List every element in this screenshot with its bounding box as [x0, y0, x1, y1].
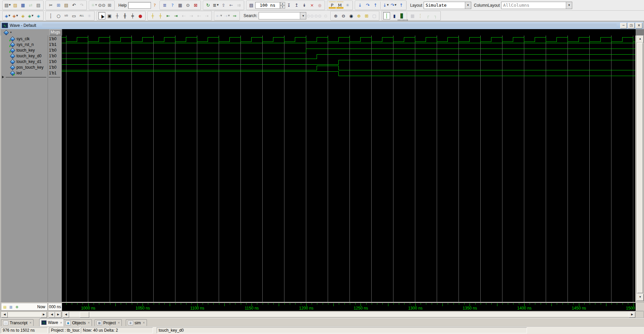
- close-icon[interactable]: ×: [88, 321, 90, 325]
- tab-wave[interactable]: ∿Wave×: [39, 319, 64, 326]
- compile-all-icon[interactable]: ?: [169, 2, 176, 9]
- previous-transition-icon[interactable]: ⇤: [165, 12, 172, 19]
- expand-time-right-icon[interactable]: ⇢▼: [223, 12, 230, 19]
- expand-all-time-icon[interactable]: ⇒: [231, 12, 238, 19]
- run-length-value[interactable]: 100 ns: [255, 2, 280, 9]
- run-all-icon[interactable]: ↡: [301, 2, 308, 9]
- msgs-column-header[interactable]: Msgs: [49, 29, 61, 36]
- stop-draw-icon[interactable]: ●: [137, 12, 144, 19]
- scroll-right-icon[interactable]: ▶: [629, 312, 635, 318]
- next-rising-edge-icon[interactable]: ⇢: [203, 12, 210, 19]
- close-button[interactable]: ×: [636, 23, 642, 28]
- tab-objects[interactable]: ◆Objects×: [63, 319, 92, 326]
- run-length-spinbox[interactable]: 100 ns▲▼: [255, 2, 285, 9]
- close-icon[interactable]: ×: [30, 321, 32, 325]
- undo-icon[interactable]: ↶: [70, 2, 77, 9]
- step-out-up-icon[interactable]: ↑: [398, 2, 405, 9]
- horizontal-scroll-thumb[interactable]: [80, 312, 89, 318]
- step-into-instance-icon[interactable]: ↓▼: [382, 2, 389, 9]
- scroll-right-icon[interactable]: ▶: [41, 312, 47, 318]
- step-over-icon[interactable]: ↷: [364, 2, 371, 9]
- waveform-canvas[interactable]: [62, 36, 635, 302]
- goto-bookmark-icon[interactable]: ⊞: [106, 2, 113, 9]
- add-wave-icon[interactable]: ◈▼: [4, 12, 11, 19]
- search-combobox[interactable]: ▼: [259, 12, 306, 19]
- signal-value-pos_touch_key[interactable]: 1'b0: [48, 64, 63, 70]
- timeline-ruler[interactable]: 1000 ns1050 ns1100 ns1150 ns1200 ns1250 …: [62, 303, 636, 311]
- signal-value-led[interactable]: 1'b1: [48, 70, 63, 76]
- performance-profile-icon[interactable]: P: [329, 2, 336, 9]
- step-out-icon[interactable]: ↑: [372, 2, 379, 9]
- wave-edit-icon[interactable]: ✳: [86, 12, 93, 19]
- search-find-icon[interactable]: ⊙⊙: [307, 12, 314, 19]
- signal-value-touch_key_d1[interactable]: 1'b0: [48, 59, 63, 64]
- spin-up-icon[interactable]: ▲: [280, 2, 285, 5]
- stop-icon[interactable]: ●: [316, 2, 323, 9]
- zoom-mode-icon[interactable]: ▣: [106, 12, 113, 19]
- spin-down-icon[interactable]: ▼: [280, 5, 285, 9]
- paste-icon[interactable]: ▤: [63, 2, 70, 9]
- next-transition-icon[interactable]: ⇥: [172, 12, 179, 19]
- margin-left-icon[interactable]: ┌: [424, 12, 431, 19]
- chevron-down-icon[interactable]: ▼: [465, 2, 471, 9]
- zoom-mode-box-icon[interactable]: ▢: [371, 12, 378, 19]
- vertical-scroll-track[interactable]: [637, 42, 643, 294]
- wave-title-bar[interactable]: ∿ Wave - Default − ◳ ×: [1, 22, 643, 29]
- view-full-toggle-icon[interactable]: ▊: [398, 12, 406, 19]
- signal-value-touch_key[interactable]: 1'b0: [48, 47, 63, 53]
- tab-sim[interactable]: ≣sim×: [126, 319, 147, 326]
- add-list-icon[interactable]: ◈▼: [27, 12, 34, 19]
- scroll-left-icon[interactable]: ◀: [49, 312, 55, 318]
- reload-icon[interactable]: ⇄: [27, 2, 34, 9]
- next-falling-edge-icon[interactable]: ⇢: [188, 12, 195, 19]
- scroll-down-icon[interactable]: ▼: [637, 294, 644, 301]
- view-bar-toggle-icon[interactable]: ▮: [391, 12, 398, 19]
- zoom-full-icon[interactable]: ◉: [347, 12, 355, 19]
- select-mode-icon[interactable]: ▲: [98, 12, 105, 19]
- find-icon[interactable]: ⊙⊙: [98, 2, 105, 9]
- undock-button[interactable]: ◳: [628, 23, 635, 28]
- new-file-icon[interactable]: ▤▼: [4, 2, 11, 9]
- close-icon[interactable]: ×: [118, 321, 120, 325]
- signal-value-sys_rst_n[interactable]: 1'b1: [48, 42, 63, 47]
- pan-mode-icon[interactable]: ┼: [114, 12, 121, 19]
- signal-value-touch_key_d0[interactable]: 1'b0: [48, 53, 63, 59]
- filter-all-icon[interactable]: ALL: [78, 12, 85, 19]
- previous-rising-edge-icon[interactable]: ⇠: [196, 12, 203, 19]
- cursor-mode-icon[interactable]: ╫: [121, 12, 128, 19]
- signal-value-column[interactable]: 1'b01'b11'b01'b01'b01'b01'b1: [48, 36, 62, 302]
- hand-pause-icon[interactable]: ✳: [344, 2, 351, 9]
- filter-output-icon[interactable]: ○: [55, 12, 62, 19]
- edit-wave-icon[interactable]: ◈: [19, 12, 26, 19]
- filter-ports-icon[interactable]: ▭: [70, 12, 77, 19]
- layout-combobox[interactable]: Simulate▼: [424, 2, 471, 9]
- tab-transcript[interactable]: ▭Transcript×: [1, 319, 34, 326]
- environment-up-icon[interactable]: ⇧: [220, 2, 227, 9]
- zoom-range-icon[interactable]: ⊞: [363, 12, 370, 19]
- scroll-left-icon[interactable]: ◀: [63, 312, 69, 318]
- filter-inout-icon[interactable]: I/O: [63, 12, 70, 19]
- run-continue-icon[interactable]: ↥: [293, 2, 300, 9]
- zoom-out-icon[interactable]: ⊖: [340, 12, 347, 19]
- signal-name-column[interactable]: sys_clksys_rst_ntouch_keytouch_key_d0tou…: [1, 36, 48, 302]
- chevron-down-icon[interactable]: ▼: [566, 2, 572, 9]
- search-reverse-icon[interactable]: ⊙⊙: [314, 12, 321, 19]
- grid-toggle-icon[interactable]: ▦: [409, 12, 416, 19]
- copy-icon[interactable]: ⊞: [55, 2, 62, 9]
- step-into-icon[interactable]: ↓: [357, 2, 364, 9]
- chevron-down-icon[interactable]: ▼: [300, 12, 306, 19]
- previous-falling-edge-icon[interactable]: ⇠: [180, 12, 187, 19]
- cursor-snap-icon[interactable]: ╎: [417, 12, 424, 19]
- margin-right-icon[interactable]: ┐: [432, 12, 439, 19]
- delete-cursor-icon[interactable]: ┼: [157, 12, 164, 19]
- view-signal-toggle-icon[interactable]: │: [383, 12, 390, 19]
- add-wave-new-icon[interactable]: ◈▼: [12, 12, 19, 19]
- help-search-icon[interactable]: ?: [151, 2, 158, 9]
- run-icon[interactable]: ↧: [285, 2, 292, 9]
- scroll-up-icon[interactable]: ▲: [637, 36, 644, 43]
- restart-icon[interactable]: ↻: [205, 2, 212, 9]
- break-icon[interactable]: ×: [309, 2, 316, 9]
- end-simulation-icon[interactable]: ⊠: [192, 2, 199, 9]
- cut-icon[interactable]: ✂: [47, 2, 54, 9]
- minimize-button[interactable]: −: [620, 23, 627, 28]
